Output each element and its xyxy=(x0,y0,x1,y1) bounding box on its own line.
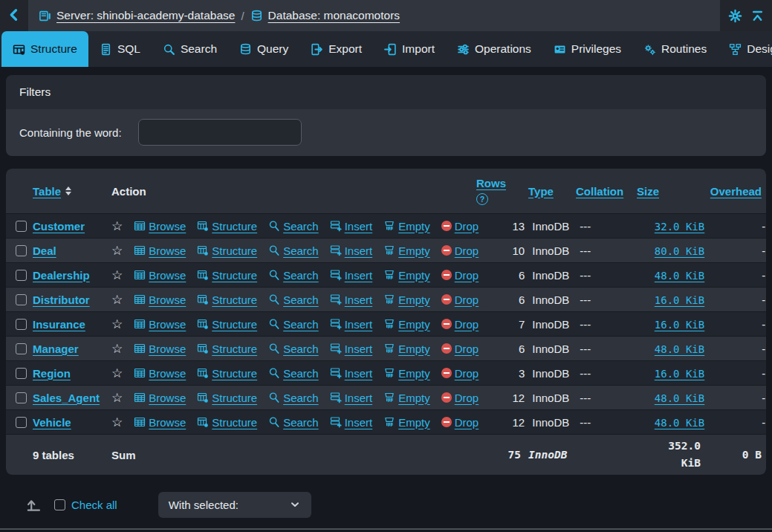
sort-by-size-link[interactable]: Size xyxy=(637,185,659,198)
size-link[interactable]: 48.0 KiB xyxy=(655,343,704,355)
empty-link[interactable]: Empty xyxy=(383,343,430,355)
tab-routines[interactable]: Routines xyxy=(632,31,718,67)
size-link[interactable]: 48.0 KiB xyxy=(655,417,704,429)
structure-link[interactable]: Structure xyxy=(197,269,257,282)
tab-designer[interactable]: Designer xyxy=(718,31,772,67)
rows-help-icon[interactable]: ? xyxy=(476,193,488,205)
table-name-link[interactable]: Distributor xyxy=(33,293,90,306)
search-link[interactable]: Search xyxy=(268,416,319,429)
sort-by-collation-link[interactable]: Collation xyxy=(576,185,623,198)
size-link[interactable]: 80.0 KiB xyxy=(655,245,704,257)
insert-link[interactable]: Insert xyxy=(330,392,373,404)
structure-link[interactable]: Structure xyxy=(197,343,257,355)
scroll-to-top-icon[interactable] xyxy=(751,10,764,22)
drop-link[interactable]: Drop xyxy=(441,269,479,282)
drop-link[interactable]: Drop xyxy=(441,244,479,257)
tab-structure[interactable]: Structure xyxy=(1,31,88,67)
empty-link[interactable]: Empty xyxy=(383,416,430,429)
tab-import[interactable]: Import xyxy=(373,31,446,67)
search-link[interactable]: Search xyxy=(268,318,319,331)
size-link[interactable]: 16.0 KiB xyxy=(655,368,704,380)
table-name-link[interactable]: Deal xyxy=(33,244,56,257)
structure-link[interactable]: Structure xyxy=(197,318,257,331)
search-link[interactable]: Search xyxy=(268,269,319,282)
favorite-star-icon[interactable]: ☆ xyxy=(111,244,123,257)
favorite-star-icon[interactable]: ☆ xyxy=(111,416,123,429)
breadcrumb-database-link[interactable]: Database: monacomotors xyxy=(250,9,400,22)
row-checkbox[interactable] xyxy=(16,245,27,256)
browse-link[interactable]: Browse xyxy=(134,343,186,355)
favorite-star-icon[interactable]: ☆ xyxy=(111,293,123,306)
check-all-checkbox[interactable] xyxy=(54,499,65,510)
tab-privileges[interactable]: Privileges xyxy=(542,31,632,67)
row-checkbox[interactable] xyxy=(16,270,27,281)
insert-link[interactable]: Insert xyxy=(330,220,373,233)
size-link[interactable]: 48.0 KiB xyxy=(655,392,704,404)
structure-link[interactable]: Structure xyxy=(197,293,257,306)
favorite-star-icon[interactable]: ☆ xyxy=(111,367,123,380)
favorite-star-icon[interactable]: ☆ xyxy=(111,318,123,331)
browse-link[interactable]: Browse xyxy=(134,220,186,233)
browse-link[interactable]: Browse xyxy=(134,416,186,429)
sort-by-type-link[interactable]: Type xyxy=(528,185,554,198)
browse-link[interactable]: Browse xyxy=(134,269,186,282)
favorite-star-icon[interactable]: ☆ xyxy=(111,220,123,233)
empty-link[interactable]: Empty xyxy=(383,392,430,404)
insert-link[interactable]: Insert xyxy=(330,318,373,331)
row-checkbox[interactable] xyxy=(16,294,27,305)
empty-link[interactable]: Empty xyxy=(383,244,430,257)
row-checkbox[interactable] xyxy=(16,221,27,232)
tab-sql[interactable]: SQL xyxy=(88,31,152,67)
breadcrumb-server-link[interactable]: Server: shinobi-academy-database xyxy=(39,9,235,22)
drop-link[interactable]: Drop xyxy=(441,343,479,355)
search-link[interactable]: Search xyxy=(268,220,319,233)
table-name-link[interactable]: Vehicle xyxy=(33,416,71,429)
tab-operations[interactable]: Operations xyxy=(446,31,542,67)
search-link[interactable]: Search xyxy=(268,392,319,404)
tab-export[interactable]: Export xyxy=(299,31,373,67)
drop-link[interactable]: Drop xyxy=(441,416,479,429)
drop-link[interactable]: Drop xyxy=(441,318,479,331)
row-checkbox[interactable] xyxy=(16,368,27,379)
browse-link[interactable]: Browse xyxy=(134,244,186,257)
favorite-star-icon[interactable]: ☆ xyxy=(111,269,123,282)
insert-link[interactable]: Insert xyxy=(330,367,373,380)
insert-link[interactable]: Insert xyxy=(330,343,373,355)
empty-link[interactable]: Empty xyxy=(383,293,430,306)
insert-link[interactable]: Insert xyxy=(330,293,373,306)
size-link[interactable]: 32.0 KiB xyxy=(655,221,704,233)
search-link[interactable]: Search xyxy=(268,293,319,306)
table-name-link[interactable]: Manager xyxy=(33,343,79,355)
drop-link[interactable]: Drop xyxy=(441,367,479,380)
insert-link[interactable]: Insert xyxy=(330,269,373,282)
row-checkbox[interactable] xyxy=(16,392,27,403)
with-selected-dropdown[interactable]: With selected: xyxy=(158,492,311,518)
insert-link[interactable]: Insert xyxy=(330,416,373,429)
table-name-link[interactable]: Customer xyxy=(33,220,85,233)
back-button[interactable] xyxy=(0,0,28,31)
drop-link[interactable]: Drop xyxy=(441,293,479,306)
search-link[interactable]: Search xyxy=(268,343,319,355)
structure-link[interactable]: Structure xyxy=(197,392,257,404)
size-link[interactable]: 16.0 KiB xyxy=(655,319,704,331)
sort-by-table-link[interactable]: Table xyxy=(33,185,61,198)
browse-link[interactable]: Browse xyxy=(134,318,186,331)
table-name-link[interactable]: Dealership xyxy=(33,269,90,282)
size-link[interactable]: 16.0 KiB xyxy=(655,294,704,306)
sort-by-rows-link[interactable]: Rows xyxy=(476,177,506,189)
table-name-link[interactable]: Region xyxy=(33,367,71,380)
row-checkbox[interactable] xyxy=(16,343,27,354)
favorite-star-icon[interactable]: ☆ xyxy=(111,343,123,355)
containing-word-input[interactable] xyxy=(138,119,302,146)
sort-by-overhead-link[interactable]: Overhead xyxy=(710,185,762,198)
insert-link[interactable]: Insert xyxy=(330,244,373,257)
structure-link[interactable]: Structure xyxy=(197,244,257,257)
structure-link[interactable]: Structure xyxy=(197,367,257,380)
tab-search[interactable]: Search xyxy=(152,31,228,67)
drop-link[interactable]: Drop xyxy=(441,392,479,404)
row-checkbox[interactable] xyxy=(16,319,27,330)
browse-link[interactable]: Browse xyxy=(134,367,186,380)
browse-link[interactable]: Browse xyxy=(134,293,186,306)
empty-link[interactable]: Empty xyxy=(383,318,430,331)
search-link[interactable]: Search xyxy=(268,244,319,257)
